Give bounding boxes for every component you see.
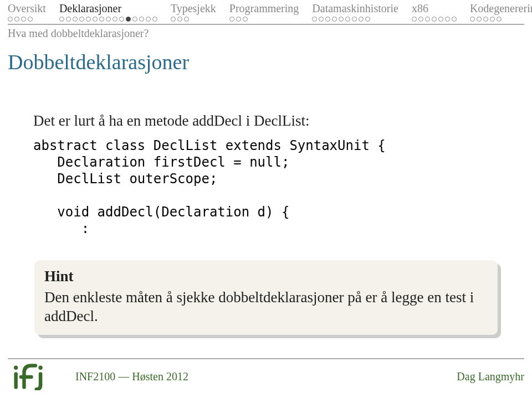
nav-label: Kodegenerering [470, 2, 532, 15]
author-name: Dag Langmyhr [457, 370, 524, 383]
progress-dot [126, 17, 131, 22]
nav-label: Typesjekk [171, 2, 216, 15]
progress-dot [14, 17, 19, 22]
progress-dot [146, 17, 151, 22]
course-info: INF2100 — Høsten 2012 [75, 370, 188, 383]
nav-item[interactable]: Deklarasjoner [59, 2, 157, 22]
progress-dot [152, 17, 157, 22]
progress-dot [325, 17, 330, 22]
footer: INF2100 — Høsten 2012 Dag Langmyhr [0, 358, 532, 398]
hint-text: Den enkleste måten å sjekke dobbeltdekla… [44, 288, 488, 326]
svg-point-0 [14, 366, 18, 370]
progress-dot [312, 17, 317, 22]
progress-dot [438, 17, 443, 22]
nav-item[interactable]: Datamaskinhistorie [312, 2, 398, 22]
progress-dot [229, 17, 234, 22]
progress-dot [359, 17, 364, 22]
progress-dot [73, 17, 78, 22]
progress-dot [112, 17, 117, 22]
code-block: abstract class DeclList extends SyntaxUn… [33, 137, 499, 237]
progress-dot [86, 17, 91, 22]
nav-progress-dots [412, 17, 457, 22]
progress-dot [477, 17, 482, 22]
progress-dot [425, 17, 430, 22]
nav-item[interactable]: Programmering [229, 2, 299, 22]
nav-label: Programmering [229, 2, 299, 15]
nav-label: Oversikt [8, 2, 46, 15]
progress-dot [339, 17, 344, 22]
nav-progress-dots [229, 17, 299, 22]
progress-dot [365, 17, 370, 22]
progress-dot [452, 17, 457, 22]
nav-progress-dots [59, 17, 157, 22]
nav-label: Deklarasjoner [59, 2, 157, 15]
progress-dot [59, 17, 64, 22]
progress-dot [418, 17, 423, 22]
footer-rule [8, 358, 524, 359]
slide: OversiktDeklarasjonerTypesjekkProgrammer… [0, 0, 532, 398]
hint-box: Hint Den enkleste måten å sjekke dobbelt… [34, 260, 498, 335]
progress-dot [93, 17, 98, 22]
nav-label: x86 [412, 2, 457, 15]
progress-dot [497, 17, 502, 22]
nav-progress-dots [171, 17, 216, 22]
progress-dot [319, 17, 324, 22]
ifi-logo-icon [8, 363, 61, 390]
nav-item[interactable]: Typesjekk [171, 2, 216, 22]
progress-dot [21, 17, 26, 22]
hint-title: Hint [44, 268, 488, 285]
progress-dot [432, 17, 437, 22]
progress-dot [171, 17, 176, 22]
progress-dot [184, 17, 189, 22]
progress-dot [132, 17, 137, 22]
progress-dot [483, 17, 488, 22]
nav-label: Datamaskinhistorie [312, 2, 398, 15]
progress-dot [28, 17, 33, 22]
svg-point-3 [38, 366, 42, 370]
progress-dot [352, 17, 357, 22]
lead-text: Det er lurt å ha en metode addDecl i Dec… [33, 112, 499, 130]
section-nav: OversiktDeklarasjonerTypesjekkProgrammer… [0, 0, 532, 22]
nav-item[interactable]: Kodegenerering [470, 2, 532, 22]
progress-dot [119, 17, 124, 22]
progress-dot [236, 17, 241, 22]
progress-dot [106, 17, 111, 22]
nav-progress-dots [470, 17, 532, 22]
progress-dot [412, 17, 417, 22]
slide-body: Det er lurt å ha en metode addDecl i Dec… [0, 74, 532, 398]
progress-dot [445, 17, 450, 22]
progress-dot [139, 17, 144, 22]
progress-dot [8, 17, 13, 22]
nav-progress-dots [8, 17, 46, 22]
nav-item[interactable]: x86 [412, 2, 457, 22]
progress-dot [332, 17, 337, 22]
progress-dot [177, 17, 182, 22]
slide-title: Dobbeltdeklarasjoner [0, 40, 532, 74]
progress-dot [99, 17, 104, 22]
progress-dot [243, 17, 248, 22]
progress-dot [66, 17, 71, 22]
nav-item[interactable]: Oversikt [8, 2, 46, 22]
nav-progress-dots [312, 17, 398, 22]
progress-dot [490, 17, 495, 22]
progress-dot [470, 17, 475, 22]
subsection-title: Hva med dobbeltdeklarasjoner? [0, 25, 532, 40]
progress-dot [79, 17, 84, 22]
progress-dot [345, 17, 350, 22]
hint-block: Hint Den enkleste måten å sjekke dobbelt… [34, 260, 498, 335]
